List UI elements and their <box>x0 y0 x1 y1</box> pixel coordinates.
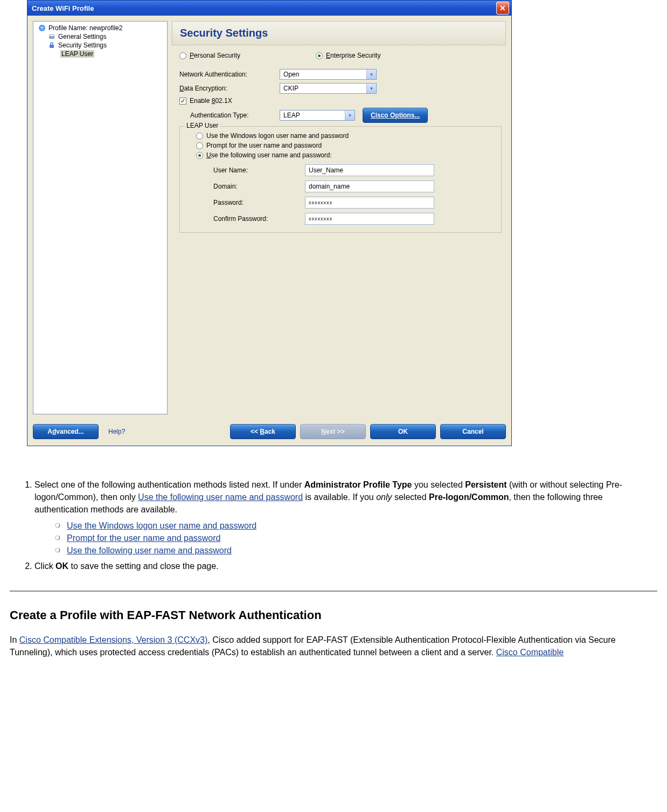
label-auth-type: Authentication Type: <box>190 112 280 119</box>
section-heading: Create a Profile with EAP-FAST Network A… <box>10 607 657 624</box>
paragraph: In Cisco Compatible Extensions, Version … <box>10 634 657 658</box>
link-use-following-1[interactable]: Use the following user name and password <box>138 492 303 502</box>
tree-leap-user[interactable]: LEAP User <box>36 50 165 58</box>
divider <box>10 591 657 592</box>
document-section: Select one of the following authenticati… <box>0 459 667 659</box>
close-icon: ✕ <box>499 4 506 12</box>
step-1: Select one of the following authenticati… <box>34 478 657 557</box>
close-button[interactable]: ✕ <box>496 2 509 15</box>
link-windows-logon[interactable]: Use the Windows logon user name and pass… <box>67 521 256 530</box>
input-password[interactable]: xxxxxxxx <box>305 197 434 209</box>
radio-icon <box>196 152 203 159</box>
label-data-encryption: Data Encryption:Data Encryption: <box>179 85 280 92</box>
label-confirm-password: Confirm Password: <box>213 215 305 223</box>
tree-security-settings[interactable]: Security Settings <box>36 41 165 50</box>
link-prompt[interactable]: Prompt for the user name and password <box>67 533 220 543</box>
chevron-down-icon: ▼ <box>345 110 355 120</box>
sub-item: Use the following user name and password <box>55 544 657 557</box>
select-auth-type[interactable]: LEAP ▼ <box>280 110 355 121</box>
label-password: Password: <box>213 199 305 206</box>
link-ccxv3[interactable]: Cisco Compatible Extensions, Version 3 (… <box>19 635 207 644</box>
label-domain: Domain: <box>213 183 305 190</box>
label-user-name: User Name: <box>213 166 305 174</box>
lock-icon <box>47 41 56 49</box>
radio-icon <box>316 52 323 59</box>
radio-icon <box>196 142 203 149</box>
input-domain[interactable]: domain_name <box>305 181 434 192</box>
input-confirm-password[interactable]: xxxxxxxx <box>305 213 434 225</box>
svg-point-0 <box>39 25 45 31</box>
input-user-name[interactable]: User_Name <box>305 164 434 176</box>
svg-point-1 <box>41 29 43 30</box>
radio-prompt-credentials[interactable]: Prompt for the user name and password <box>196 142 495 149</box>
titlebar-text: Create WiFi Profile <box>32 4 94 12</box>
checkbox-enable-8021x[interactable]: Enable 802.1XEnable 802.1X <box>179 97 232 105</box>
tree-general-settings[interactable]: General Settings <box>36 32 165 41</box>
advanced-button[interactable]: Advanced...Advanced... <box>33 424 99 439</box>
create-wifi-profile-dialog: Create WiFi Profile ✕ Profile Name: newp… <box>27 0 512 446</box>
leap-user-fieldset: LEAP User Use the Windows logon user nam… <box>179 126 502 233</box>
chevron-down-icon: ▼ <box>366 84 376 93</box>
cisco-options-button[interactable]: Cisco Options... <box>363 108 428 123</box>
radio-icon <box>196 133 203 140</box>
dialog-footer: Advanced...Advanced... Help? << Back<< B… <box>27 420 511 446</box>
back-button[interactable]: << Back<< Back <box>230 424 296 439</box>
radio-icon <box>179 52 186 59</box>
sub-item: Prompt for the user name and password <box>55 532 657 544</box>
titlebar[interactable]: Create WiFi Profile ✕ <box>27 1 511 16</box>
cancel-button[interactable]: Cancel <box>440 424 506 439</box>
checkbox-icon <box>179 98 186 105</box>
radio-personal-security[interactable]: PPersonal Securityersonal Security <box>179 52 240 59</box>
select-network-auth[interactable]: Open ▼ <box>280 69 377 80</box>
svg-rect-4 <box>50 45 54 48</box>
select-data-encryption[interactable]: CKIP ▼ <box>280 83 377 94</box>
fieldset-legend: LEAP User <box>184 122 220 129</box>
nav-tree[interactable]: Profile Name: newprofile2 General Settin… <box>33 21 168 414</box>
panel-header: Security Settings <box>172 21 506 45</box>
link-cisco-compatible[interactable]: Cisco Compatible <box>496 648 564 657</box>
radio-use-following[interactable]: Use the following user name and password… <box>196 151 495 159</box>
radio-enterprise-security[interactable]: Enterprise SecurityEnterprise Security <box>316 52 380 59</box>
help-link[interactable]: Help? <box>108 428 125 435</box>
radio-use-windows-logon[interactable]: Use the Windows logon user name and pass… <box>196 132 495 140</box>
step-2: Click OK to save the setting and close t… <box>34 560 657 572</box>
label-network-auth: Network Authentication: <box>179 71 280 78</box>
tree-profile-name[interactable]: Profile Name: newprofile2 <box>36 24 165 32</box>
link-use-following-2[interactable]: Use the following user name and password <box>67 546 232 555</box>
chevron-down-icon: ▼ <box>366 70 376 79</box>
ok-button[interactable]: OK <box>370 424 436 439</box>
sub-item: Use the Windows logon user name and pass… <box>55 519 657 532</box>
svg-rect-3 <box>50 35 54 36</box>
wifi-icon <box>38 24 46 32</box>
next-button[interactable]: Next >>Next >> <box>300 424 366 439</box>
general-icon <box>47 33 56 40</box>
